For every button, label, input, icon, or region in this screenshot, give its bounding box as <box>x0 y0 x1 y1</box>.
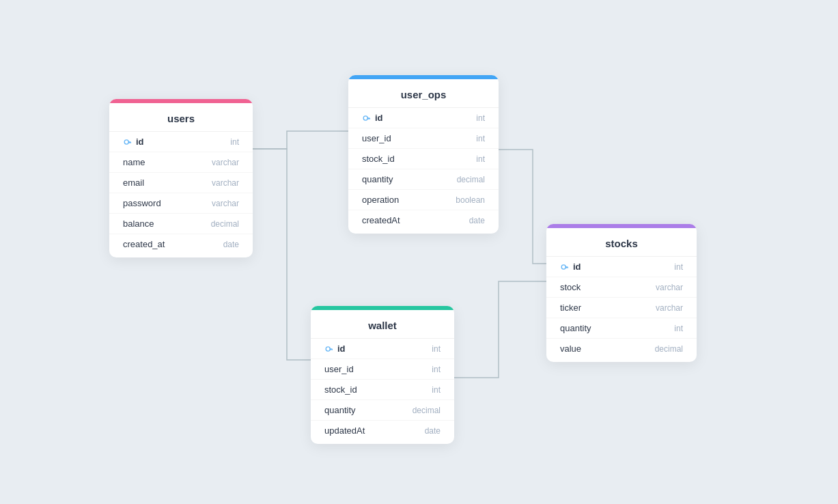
users-title: users <box>109 103 253 132</box>
field-name: user_id <box>362 133 391 143</box>
field-name: quantity <box>324 405 356 415</box>
stocks-title: stocks <box>546 228 697 257</box>
table-row: balance decimal <box>109 214 253 234</box>
field-name: email <box>123 178 144 188</box>
table-row: ticker varchar <box>546 298 697 318</box>
field-name: id <box>123 137 144 147</box>
field-type: int <box>674 324 683 333</box>
field-name: createdAt <box>362 215 400 225</box>
key-icon <box>560 262 570 272</box>
table-row: operation boolean <box>348 190 499 210</box>
table-stocks: stocks id int stock varchar ticker varch… <box>546 224 697 362</box>
table-row: updatedAt date <box>311 421 454 444</box>
field-name: value <box>560 344 581 354</box>
field-name: created_at <box>123 239 165 249</box>
field-type: varchar <box>656 303 683 313</box>
table-row: id int <box>348 108 499 128</box>
field-type: decimal <box>457 175 485 184</box>
field-name: password <box>123 198 161 208</box>
diagram-canvas: users id int name varchar email varchar … <box>0 0 838 504</box>
table-row: user_id int <box>311 359 454 380</box>
table-user-ops: user_ops id int user_id int stock_id int… <box>348 75 499 234</box>
field-type: varchar <box>212 178 239 188</box>
key-icon <box>324 344 334 354</box>
field-name: name <box>123 157 145 167</box>
user-ops-title: user_ops <box>348 79 499 108</box>
table-row: name varchar <box>109 152 253 173</box>
key-icon <box>362 113 372 123</box>
svg-point-4 <box>363 115 367 120</box>
key-icon <box>123 137 132 147</box>
table-row: id int <box>546 257 697 277</box>
table-row: quantity decimal <box>311 400 454 421</box>
field-name: id <box>560 262 581 272</box>
field-name: balance <box>123 219 154 229</box>
svg-point-0 <box>124 139 128 143</box>
field-type: decimal <box>655 344 683 354</box>
field-name: operation <box>362 195 399 205</box>
field-type: int <box>432 344 441 354</box>
field-type: date <box>425 426 441 436</box>
field-type: int <box>476 154 485 164</box>
field-type: int <box>432 365 441 374</box>
field-type: varchar <box>212 199 239 208</box>
table-row: email varchar <box>109 173 253 193</box>
table-row: id int <box>109 132 253 152</box>
table-row: user_id int <box>348 128 499 149</box>
svg-point-12 <box>561 264 565 268</box>
field-type: varchar <box>656 283 683 292</box>
field-type: int <box>674 262 683 272</box>
table-row: id int <box>311 339 454 359</box>
table-row: password varchar <box>109 193 253 214</box>
table-row: stock_id int <box>348 149 499 169</box>
field-name: id <box>362 113 383 123</box>
field-name: quantity <box>560 323 591 333</box>
table-row: createdAt date <box>348 210 499 234</box>
field-type: boolean <box>456 195 485 205</box>
table-row: quantity int <box>546 318 697 339</box>
table-row: stock varchar <box>546 277 697 298</box>
field-type: decimal <box>211 219 239 229</box>
field-name: stock_id <box>362 154 395 164</box>
svg-point-8 <box>326 346 330 350</box>
field-name: user_id <box>324 364 354 374</box>
field-type: decimal <box>413 406 441 415</box>
field-name: ticker <box>560 303 581 313</box>
table-users: users id int name varchar email varchar … <box>109 99 253 257</box>
table-row: quantity decimal <box>348 169 499 190</box>
field-type: date <box>223 240 239 249</box>
field-name: id <box>324 344 346 354</box>
wallet-title: wallet <box>311 310 454 339</box>
field-type: int <box>476 113 485 123</box>
table-row: created_at date <box>109 234 253 257</box>
field-type: int <box>476 134 485 143</box>
field-type: int <box>432 385 441 395</box>
table-row: value decimal <box>546 339 697 362</box>
field-name: stock <box>560 282 581 292</box>
field-type: int <box>230 137 239 147</box>
field-name: stock_id <box>324 384 357 395</box>
field-name: quantity <box>362 174 393 184</box>
field-name: updatedAt <box>324 425 365 436</box>
table-wallet: wallet id int user_id int stock_id int q… <box>311 306 454 444</box>
table-row: stock_id int <box>311 380 454 400</box>
field-type: date <box>469 216 485 225</box>
field-type: varchar <box>212 158 239 167</box>
